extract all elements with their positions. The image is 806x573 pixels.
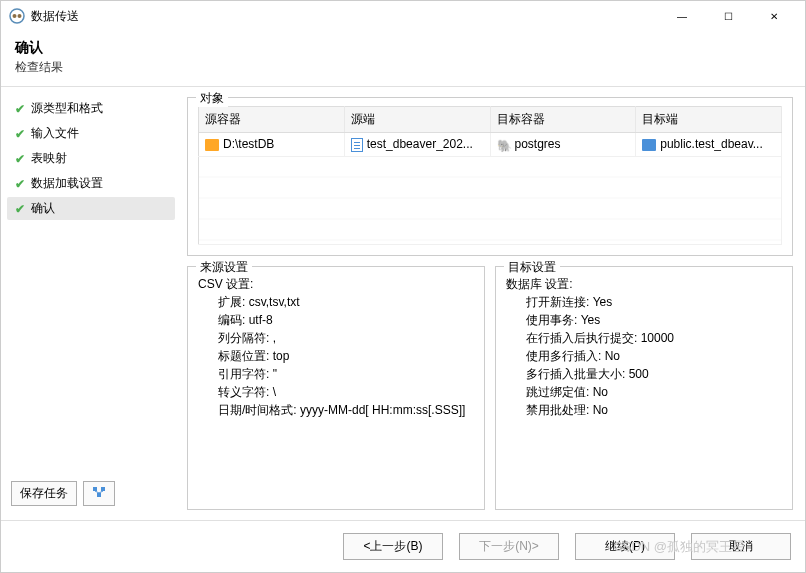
svg-point-0 bbox=[10, 9, 24, 23]
page-title: 确认 bbox=[15, 39, 791, 57]
setting-line: 数据库 设置: bbox=[506, 275, 780, 293]
step-label: 输入文件 bbox=[31, 125, 79, 142]
save-task-button[interactable]: 保存任务 bbox=[11, 481, 77, 506]
svg-rect-5 bbox=[97, 493, 101, 497]
setting-line: 跳过绑定值: No bbox=[506, 383, 780, 401]
step-source-type[interactable]: ✔源类型和格式 bbox=[7, 97, 175, 120]
setting-line: 扩展: csv,tsv,txt bbox=[198, 293, 472, 311]
wizard-steps-sidebar: ✔源类型和格式 ✔输入文件 ✔表映射 ✔数据加载设置 ✔确认 保存任务 bbox=[1, 87, 181, 520]
maximize-button[interactable]: ☐ bbox=[705, 1, 751, 31]
step-load-settings[interactable]: ✔数据加载设置 bbox=[7, 172, 175, 195]
page-subtitle: 检查结果 bbox=[15, 59, 791, 76]
setting-line: 打开新连接: Yes bbox=[506, 293, 780, 311]
cell-tgt-container: postgres bbox=[515, 137, 561, 151]
cell-src-container: D:\testDB bbox=[223, 137, 274, 151]
setting-line: 引用字符: " bbox=[198, 365, 472, 383]
check-icon: ✔ bbox=[15, 202, 25, 216]
step-label: 确认 bbox=[31, 200, 55, 217]
col-src[interactable]: 源端 bbox=[344, 107, 490, 133]
setting-line: 使用多行插入: No bbox=[506, 347, 780, 365]
setting-line: 列分隔符: , bbox=[198, 329, 472, 347]
source-settings-group: 来源设置 CSV 设置: 扩展: csv,tsv,txt 编码: utf-8 列… bbox=[187, 266, 485, 510]
col-tgt-container[interactable]: 目标容器 bbox=[490, 107, 636, 133]
titlebar: 数据传送 — ☐ ✕ bbox=[1, 1, 805, 31]
setting-line: 使用事务: Yes bbox=[506, 311, 780, 329]
close-button[interactable]: ✕ bbox=[751, 1, 797, 31]
continue-button[interactable]: 继续(P) bbox=[575, 533, 675, 560]
cell-src: test_dbeaver_202... bbox=[367, 137, 473, 151]
setting-line: 标题位置: top bbox=[198, 347, 472, 365]
header: 确认 检查结果 bbox=[1, 31, 805, 87]
objects-group: 对象 源容器 源端 目标容器 目标端 D:\testDB bbox=[187, 97, 793, 256]
step-confirm[interactable]: ✔确认 bbox=[7, 197, 175, 220]
setting-line: 多行插入批量大小: 500 bbox=[506, 365, 780, 383]
setting-line: 编码: utf-8 bbox=[198, 311, 472, 329]
objects-group-label: 对象 bbox=[196, 90, 228, 107]
target-settings-label: 目标设置 bbox=[504, 259, 560, 276]
col-src-container[interactable]: 源容器 bbox=[199, 107, 345, 133]
target-settings-group: 目标设置 数据库 设置: 打开新连接: Yes 使用事务: Yes 在行插入后执… bbox=[495, 266, 793, 510]
check-icon: ✔ bbox=[15, 127, 25, 141]
step-input-file[interactable]: ✔输入文件 bbox=[7, 122, 175, 145]
postgres-icon: 🐘 bbox=[497, 139, 511, 151]
target-settings-body[interactable]: 数据库 设置: 打开新连接: Yes 使用事务: Yes 在行插入后执行提交: … bbox=[506, 275, 782, 499]
check-icon: ✔ bbox=[15, 102, 25, 116]
col-tgt[interactable]: 目标端 bbox=[636, 107, 782, 133]
back-button[interactable]: <上一步(B) bbox=[343, 533, 443, 560]
next-button: 下一步(N)> bbox=[459, 533, 559, 560]
svg-line-6 bbox=[95, 491, 99, 493]
objects-table: 源容器 源端 目标容器 目标端 D:\testDB test_dbeaver_2… bbox=[198, 106, 782, 245]
check-icon: ✔ bbox=[15, 177, 25, 191]
table-icon bbox=[642, 139, 656, 151]
table-row[interactable]: D:\testDB test_dbeaver_202... 🐘postgres … bbox=[199, 133, 782, 157]
cell-tgt: public.test_dbeav... bbox=[660, 137, 763, 151]
setting-line: 在行插入后执行提交: 10000 bbox=[506, 329, 780, 347]
svg-line-7 bbox=[99, 491, 103, 493]
setting-line: 转义字符: \ bbox=[198, 383, 472, 401]
step-table-mapping[interactable]: ✔表映射 bbox=[7, 147, 175, 170]
step-label: 表映射 bbox=[31, 150, 67, 167]
cancel-button[interactable]: 取消 bbox=[691, 533, 791, 560]
setting-line: 日期/时间格式: yyyy-MM-dd[ HH:mm:ss[.SSS]] bbox=[198, 401, 472, 419]
folder-icon bbox=[205, 139, 219, 151]
app-icon bbox=[9, 8, 25, 24]
source-settings-label: 来源设置 bbox=[196, 259, 252, 276]
wizard-footer: <上一步(B) 下一步(N)> 继续(P) 取消 bbox=[1, 520, 805, 572]
step-label: 源类型和格式 bbox=[31, 100, 103, 117]
svg-point-1 bbox=[13, 14, 17, 18]
step-label: 数据加载设置 bbox=[31, 175, 103, 192]
minimize-button[interactable]: — bbox=[659, 1, 705, 31]
setting-line: CSV 设置: bbox=[198, 275, 472, 293]
source-settings-body[interactable]: CSV 设置: 扩展: csv,tsv,txt 编码: utf-8 列分隔符: … bbox=[198, 275, 474, 499]
file-icon bbox=[351, 138, 363, 152]
window-title: 数据传送 bbox=[31, 8, 659, 25]
svg-rect-3 bbox=[93, 487, 97, 491]
svg-rect-4 bbox=[101, 487, 105, 491]
svg-point-2 bbox=[18, 14, 22, 18]
setting-line: 禁用批处理: No bbox=[506, 401, 780, 419]
config-icon-button[interactable] bbox=[83, 481, 115, 506]
empty-rows bbox=[199, 156, 782, 244]
check-icon: ✔ bbox=[15, 152, 25, 166]
